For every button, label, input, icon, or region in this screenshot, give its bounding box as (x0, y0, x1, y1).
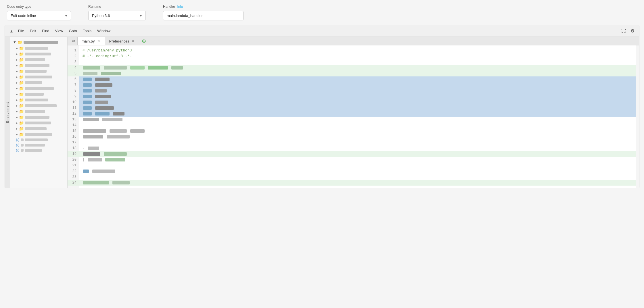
tree-folder-11[interactable]: ▶ 📁 (11, 103, 66, 109)
code-blur-7a (83, 83, 92, 87)
collapse-sidebar-button[interactable]: ▲ (8, 28, 15, 34)
editor-scrollbar[interactable] (636, 45, 639, 188)
handler-info-link[interactable]: Info (177, 5, 183, 9)
code-blur-4b (104, 66, 127, 70)
code-blur-10b (95, 101, 108, 104)
code-line-22 (79, 168, 636, 174)
folder-arrow-icon: ▶ (16, 87, 18, 90)
code-line-6 (79, 76, 636, 82)
folder-name (25, 58, 45, 61)
sidebar[interactable]: ▼ 📁 ▶ 📁 ▶ 📁 (10, 37, 68, 188)
tree-folder-2[interactable]: ▶ 📁 (11, 51, 66, 57)
menu-goto-button[interactable]: Goto (66, 28, 79, 34)
line-num-22: 22 (68, 168, 79, 174)
code-line-1: #!/usr/bin/env python3 (79, 48, 636, 53)
tree-file-3[interactable]: ⟨/⟩ (11, 148, 66, 153)
folder-icon: 📁 (19, 80, 24, 85)
menu-tools-button[interactable]: Tools (80, 28, 94, 34)
root-folder-name (24, 41, 58, 44)
tree-file-1[interactable]: ⟨/⟩ (11, 137, 66, 143)
runtime-label: Runtime (88, 5, 146, 9)
code-entry-type-label: Code entry type (7, 5, 71, 9)
code-blur-10a (83, 101, 92, 104)
runtime-group: Runtime Python 3.6 Python 3.7 Python 3.8… (88, 5, 146, 20)
line-num-10: 10 (68, 99, 79, 105)
tab-preferences-close[interactable]: ✕ (131, 39, 135, 43)
tree-folder-4[interactable]: ▶ 📁 (11, 63, 66, 68)
code-blur-20b (105, 158, 125, 161)
folder-icon: 📁 (19, 46, 24, 51)
line-num-2: 2 (68, 53, 79, 59)
code-blur-5a (83, 72, 97, 75)
folder-icon: 📁 (19, 63, 24, 68)
tree-folder-5[interactable]: ▶ 📁 (11, 68, 66, 74)
code-text-2: # -*- coding:utf-8 -*- (83, 54, 132, 58)
tree-folder-14[interactable]: ▶ 📁 (11, 120, 66, 126)
code-dot-18: . (83, 146, 85, 150)
line-num-18: 18 (68, 145, 79, 151)
folder-name (25, 99, 48, 101)
tree-folder-7[interactable]: ▶ 📁 (11, 80, 66, 86)
code-blur-5b (101, 72, 121, 75)
tab-preferences[interactable]: Preferences ✕ (105, 37, 139, 45)
menu-find-button[interactable]: Find (40, 28, 51, 34)
tree-root-item[interactable]: ▼ 📁 (11, 39, 66, 45)
fullscreen-button[interactable]: ⛶ (620, 27, 627, 35)
code-line-20: | (79, 157, 636, 163)
code-line-2: # -*- coding:utf-8 -*- (79, 53, 636, 59)
folder-arrow-icon: ▶ (16, 99, 18, 101)
folder-icon: 📁 (19, 98, 24, 102)
tree-collapse-icon: ▼ (13, 40, 16, 44)
tree-folder-12[interactable]: ▶ 📁 (11, 109, 66, 114)
tree-file-2[interactable]: ⟨/⟩ (11, 143, 66, 148)
tree-folder-13[interactable]: ▶ 📁 (11, 114, 66, 120)
code-line-7 (79, 82, 636, 88)
line-numbers: 1 2 3 4 5 6 7 8 9 10 11 12 13 14 15 16 1 (68, 45, 79, 188)
tree-folder-10[interactable]: ▶ 📁 (11, 97, 66, 103)
code-blur-12a (83, 112, 92, 116)
code-content[interactable]: #!/usr/bin/env python3 # -*- coding:utf-… (79, 45, 636, 188)
menu-file-button[interactable]: File (16, 28, 26, 34)
runtime-select-wrapper: Python 3.6 Python 3.7 Python 3.8 Node.js… (88, 11, 146, 20)
code-area[interactable]: 1 2 3 4 5 6 7 8 9 10 11 12 13 14 15 16 1 (68, 45, 639, 188)
copy-tab-button[interactable]: ⧉ (70, 37, 77, 45)
code-entry-type-select[interactable]: Edit code inline Upload a .zip file Uplo… (7, 11, 71, 20)
code-blur-24a (83, 181, 109, 184)
code-line-4 (79, 65, 636, 71)
menu-window-button[interactable]: Window (95, 28, 113, 34)
add-tab-button[interactable]: ⊕ (139, 37, 148, 45)
code-blur-6a (83, 78, 92, 81)
code-pipe-20: | (83, 157, 85, 162)
tree-folder-1[interactable]: ▶ 📁 (11, 45, 66, 51)
folder-name (25, 64, 49, 67)
handler-input[interactable] (163, 11, 244, 20)
tree-folder-8[interactable]: ▶ 📁 (11, 86, 66, 91)
tree-folder-3[interactable]: ▶ 📁 (11, 57, 66, 63)
menu-bar-left: ▲ File Edit Find View Goto Tools Window (8, 28, 619, 34)
folder-arrow-icon: ▶ (16, 104, 18, 107)
menu-edit-button[interactable]: Edit (28, 28, 39, 34)
code-blur-4c (130, 66, 145, 70)
menu-view-button[interactable]: View (53, 28, 66, 34)
runtime-select[interactable]: Python 3.6 Python 3.7 Python 3.8 Node.js… (88, 11, 146, 20)
tree-folder-16[interactable]: ▶ 📁 (11, 132, 66, 137)
folder-icon: 📁 (19, 109, 24, 114)
tree-folder-9[interactable]: ▶ 📁 (11, 91, 66, 97)
code-text-1: #!/usr/bin/env python3 (83, 48, 132, 53)
settings-button[interactable]: ⚙ (629, 27, 636, 35)
tree-folder-6[interactable]: ▶ 📁 (11, 74, 66, 80)
handler-group: Handler Info (163, 5, 244, 20)
folder-arrow-icon: ▶ (16, 76, 18, 78)
line-num-23: 23 (68, 174, 79, 180)
folder-icon: 📁 (19, 132, 24, 137)
menu-bar: ▲ File Edit Find View Goto Tools Window … (5, 25, 639, 37)
tree-folder-15[interactable]: ▶ 📁 (11, 126, 66, 132)
tab-main-py-close[interactable]: ✕ (97, 39, 101, 43)
code-blur-8a (83, 89, 92, 93)
code-blur-7b (95, 83, 112, 87)
code-blur-24b (112, 181, 130, 184)
folder-arrow-icon: ▶ (16, 47, 18, 50)
folder-arrow-icon: ▶ (16, 110, 18, 113)
tab-main-py[interactable]: main.py ✕ (77, 37, 105, 45)
code-line-8 (79, 88, 636, 94)
